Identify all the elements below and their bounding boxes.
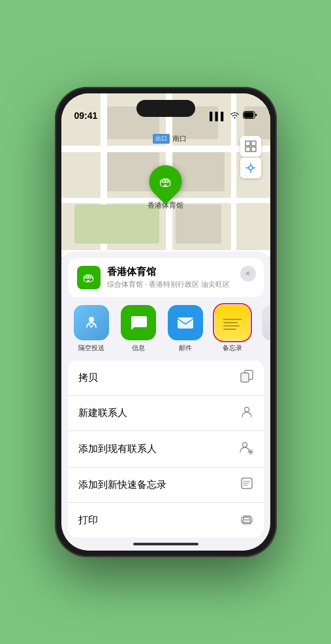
action-new-contact[interactable]: 新建联系人: [68, 396, 264, 431]
svg-point-16: [242, 443, 247, 447]
action-list: 拷贝 新建联系人: [68, 361, 264, 538]
place-info: 香港体育馆 综合体育馆 · 香港特别行政区 油尖旺区: [107, 266, 255, 289]
svg-point-11: [89, 317, 94, 322]
map-view-button[interactable]: [240, 136, 261, 157]
svg-point-6: [249, 166, 253, 170]
notes-line-2: [223, 322, 238, 323]
place-icon: 🏟: [77, 266, 101, 289]
share-item-more[interactable]: 提: [256, 305, 270, 353]
pin-circle: 🏟: [142, 159, 189, 205]
action-new-contact-label: 新建联系人: [78, 407, 127, 419]
airdrop-label: 隔空投送: [78, 344, 104, 353]
share-row: 隔空投送 信息: [61, 297, 270, 355]
svg-rect-14: [241, 373, 249, 382]
action-copy-label: 拷贝: [78, 372, 98, 384]
phone-screen: 09:41 ▌▌▌: [61, 93, 270, 551]
action-add-notes-label: 添加到新快速备忘录: [78, 479, 166, 491]
airdrop-icon: [74, 305, 109, 340]
map-controls: [240, 136, 261, 178]
messages-icon: [121, 305, 156, 340]
svg-rect-4: [245, 147, 250, 152]
action-add-existing-label: 添加到现有联系人: [78, 443, 157, 455]
svg-point-15: [244, 408, 249, 412]
action-print-label: 打印: [78, 514, 98, 526]
place-name: 香港体育馆: [107, 266, 255, 278]
mail-icon: [168, 305, 203, 340]
map-label: 出口 南口: [153, 134, 187, 144]
svg-rect-12: [178, 317, 193, 329]
share-item-messages[interactable]: 信息: [115, 305, 162, 353]
notes-line-3: [223, 325, 240, 327]
action-print[interactable]: 打印: [68, 503, 264, 538]
mail-label: 邮件: [179, 344, 192, 353]
action-add-notes[interactable]: 添加到新快速备忘录: [68, 468, 264, 503]
notes-line-1: [223, 319, 242, 320]
add-notes-icon: [240, 477, 253, 493]
status-time: 09:41: [74, 110, 98, 121]
new-contact-icon: [240, 405, 253, 421]
share-item-notes[interactable]: 备忘录: [209, 305, 256, 353]
status-icons: ▌▌▌: [210, 111, 257, 121]
dynamic-island: [136, 100, 195, 117]
location-pin: 🏟 香港体育馆: [148, 165, 183, 210]
copy-icon: [240, 370, 253, 386]
map-label-text: 南口: [172, 134, 187, 144]
messages-label: 信息: [132, 344, 145, 353]
svg-rect-24: [243, 520, 251, 524]
wifi-icon: [230, 111, 240, 121]
share-item-mail[interactable]: 邮件: [162, 305, 209, 353]
location-button[interactable]: [240, 157, 261, 178]
svg-rect-3: [251, 141, 256, 146]
svg-rect-2: [245, 141, 250, 146]
notes-lines-icon: [219, 314, 245, 332]
notes-label: 备忘录: [223, 344, 242, 353]
notes-icon: [215, 305, 250, 340]
battery-icon: [243, 111, 257, 121]
share-item-airdrop[interactable]: 隔空投送: [68, 305, 115, 353]
add-existing-icon: [239, 440, 253, 458]
svg-point-26: [249, 519, 251, 521]
close-button[interactable]: ×: [240, 266, 256, 282]
action-add-existing[interactable]: 添加到现有联系人: [68, 431, 264, 468]
action-copy[interactable]: 拷贝: [68, 361, 264, 396]
pin-icon: 🏟: [159, 174, 172, 189]
home-indicator: [133, 543, 198, 545]
place-card: 🏟 香港体育馆 综合体育馆 · 香港特别行政区 油尖旺区 ×: [68, 258, 264, 297]
bottom-sheet: 🏟 香港体育馆 综合体育馆 · 香港特别行政区 油尖旺区 ×: [61, 251, 270, 551]
signal-icon: ▌▌▌: [210, 112, 227, 121]
place-subtitle: 综合体育馆 · 香港特别行政区 油尖旺区: [107, 280, 255, 289]
svg-rect-5: [251, 147, 256, 152]
phone-frame: 09:41 ▌▌▌: [55, 87, 277, 557]
more-icon: [262, 305, 270, 340]
print-icon: [240, 512, 253, 528]
map-label-tag: 出口: [153, 134, 170, 144]
svg-rect-1: [244, 112, 253, 118]
notes-line-4: [223, 329, 236, 330]
